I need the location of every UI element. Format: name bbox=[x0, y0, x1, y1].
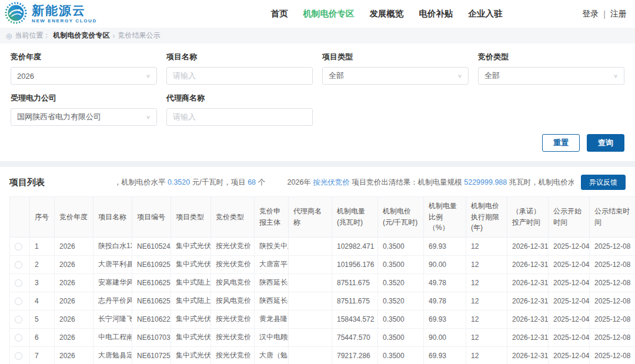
table-row: 42026志丹平价风...NE610625...集中式陆上...按风电竞价陕西延… bbox=[10, 292, 635, 310]
table-cell: 按光伏竞价 bbox=[211, 255, 255, 273]
table-cell: NE610703... bbox=[132, 328, 171, 346]
agent-name-input[interactable]: 请输入 bbox=[166, 108, 313, 126]
table-cell: 按风电竞价 bbox=[211, 292, 255, 310]
table-cell: 0.3500 bbox=[378, 346, 424, 364]
table-cell: 12 bbox=[466, 310, 507, 328]
results-table-wrap: 序号竞价年度项目名称项目编号项目类型竞价类型竞价申报主体代理商名称机制电量 (兆… bbox=[9, 196, 626, 364]
table-cell: 12 bbox=[466, 237, 507, 255]
table-cell: 2026-12-31 bbox=[507, 328, 549, 346]
table-cell: 2025-12-04 bbox=[549, 310, 590, 328]
ticker-value: 68 bbox=[248, 178, 256, 186]
filter-label: 项目名称 bbox=[166, 52, 313, 62]
bidding-type-select[interactable]: 全部 ∨ bbox=[478, 67, 624, 85]
table-cell: 2025-12-04 bbox=[549, 328, 590, 346]
filter-project-name: 项目名称 请输入 bbox=[166, 52, 313, 85]
filter-project-type: 项目类型 全部 ∨ bbox=[322, 52, 469, 85]
row-radio[interactable] bbox=[15, 243, 22, 251]
filter-label: 竞价类型 bbox=[478, 52, 624, 62]
table-cell: 90.00 bbox=[424, 255, 466, 273]
select-value: 全部 bbox=[329, 71, 344, 81]
table-cell: NE610625... bbox=[132, 292, 171, 310]
row-radio[interactable] bbox=[15, 334, 22, 342]
breadcrumb: ◎ 当前位置： 机制电价竞价专区 › 竞价结果公示 bbox=[0, 28, 635, 44]
table-cell: 2026 bbox=[55, 255, 93, 273]
table-cell bbox=[289, 273, 332, 292]
table-cell: 集中式光伏 bbox=[171, 237, 211, 255]
query-button[interactable]: 查询 bbox=[587, 134, 624, 152]
register-link[interactable]: 注册 bbox=[610, 9, 627, 19]
row-radio[interactable] bbox=[15, 352, 22, 360]
breadcrumb-separator: › bbox=[112, 32, 115, 40]
table-cell: 2026 bbox=[55, 310, 93, 328]
radio-cell bbox=[10, 310, 30, 328]
row-radio[interactable] bbox=[15, 298, 22, 305]
table-cell: 2026-12-31 bbox=[507, 255, 549, 273]
table-cell: 2025-12-04 bbox=[549, 292, 590, 310]
table-cell: 75447.570 bbox=[332, 328, 378, 346]
power-company-select[interactable]: 国网陕西省电力有限公司 ∨ bbox=[11, 108, 157, 126]
nav-item-active[interactable]: 机制电价专区 bbox=[303, 8, 355, 19]
bidding-year-select[interactable]: 2026 ∨ bbox=[11, 67, 157, 85]
table-cell: 87511.675 bbox=[332, 292, 378, 310]
filter-label: 项目类型 bbox=[322, 52, 469, 62]
nav-item-link[interactable]: 首页 bbox=[271, 8, 288, 19]
nav-item-link[interactable]: 电价补贴 bbox=[419, 8, 453, 19]
table-cell bbox=[289, 346, 332, 364]
table-cell: 158434.572 bbox=[332, 310, 378, 328]
nav-item-link[interactable]: 企业入驻 bbox=[469, 8, 503, 19]
select-value: 国网陕西省电力有限公司 bbox=[17, 112, 101, 122]
table-cell: 2025-12-08 bbox=[590, 328, 635, 346]
ticker-text: 元/千瓦时，项目 bbox=[190, 178, 248, 186]
main-nav: 首页机制电价专区发展概览电价补贴企业入驻 bbox=[177, 8, 503, 19]
login-link[interactable]: 登录 bbox=[582, 9, 599, 19]
filter-label: 竞价年度 bbox=[11, 52, 157, 62]
table-body: 12026陕投白水13...NE610524...集中式光伏按光伏竞价陕投关中新… bbox=[10, 237, 635, 364]
objection-feedback-button[interactable]: 异议反馈 bbox=[581, 175, 626, 190]
table-cell: 中电工程南... bbox=[93, 328, 132, 346]
table-cell: NE610925... bbox=[132, 255, 171, 273]
row-radio[interactable] bbox=[15, 316, 22, 323]
table-cell: 4 bbox=[30, 292, 55, 310]
radio-cell bbox=[10, 328, 30, 346]
table-cell: 102982.471 bbox=[332, 237, 378, 255]
table-cell: 2026-12-31 bbox=[507, 237, 549, 255]
breadcrumb-section[interactable]: 机制电价竞价专区 bbox=[53, 31, 109, 41]
column-header: 竞价类型 bbox=[211, 197, 255, 238]
row-radio[interactable] bbox=[15, 279, 22, 287]
reset-button[interactable]: 重置 bbox=[542, 134, 580, 152]
table-cell: 陕西延长石... bbox=[255, 273, 289, 292]
ticker-text: 兆瓦时，机制电价水平 bbox=[507, 178, 574, 186]
table-head: 序号竞价年度项目名称项目编号项目类型竞价类型竞价申报主体代理商名称机制电量 (兆… bbox=[10, 197, 635, 238]
app-title: 新能源云 bbox=[32, 4, 97, 16]
table-cell bbox=[289, 237, 332, 255]
logo[interactable]: 新能源云 NEW ENERGY CLOUD bbox=[5, 2, 97, 26]
table-cell: 2025-12-08 bbox=[590, 310, 635, 328]
filter-agent-name: 代理商名称 请输入 bbox=[166, 93, 313, 126]
table-cell: 按光伏竞价 bbox=[211, 328, 255, 346]
project-name-input[interactable]: 请输入 bbox=[166, 67, 313, 85]
table-cell: 按光伏竞价 bbox=[211, 310, 255, 328]
section-divider bbox=[0, 161, 635, 167]
table-cell: 2026 bbox=[55, 328, 93, 346]
table-cell: 2025-12-04 bbox=[549, 255, 590, 273]
chevron-down-icon: ∨ bbox=[457, 73, 462, 79]
row-radio[interactable] bbox=[15, 261, 22, 269]
table-cell: 大唐平利县... bbox=[93, 255, 132, 273]
ticker-text: 项目竞价出清结果：机制电量规模 bbox=[350, 178, 464, 186]
table-cell: 大唐勉县定... bbox=[93, 346, 132, 364]
radio-cell bbox=[10, 273, 30, 292]
table-row: 52026长宁河隆飞...NE610622...集中式光伏按光伏竞价黄龙县隆飞.… bbox=[10, 310, 635, 328]
table-cell: 69.93 bbox=[424, 310, 466, 328]
table-cell: NE610524... bbox=[132, 237, 171, 255]
ticker-text: 2026年 bbox=[288, 178, 313, 186]
table-cell: 69.93 bbox=[424, 346, 466, 364]
nav-item-link[interactable]: 发展概览 bbox=[370, 8, 404, 19]
ticker-value: 5229999.988 bbox=[464, 178, 507, 186]
table-cell: NE610622... bbox=[132, 310, 171, 328]
column-header bbox=[10, 197, 30, 238]
table-cell bbox=[289, 255, 332, 273]
table-cell: 6 bbox=[30, 328, 55, 346]
table-cell: 集中式光伏 bbox=[171, 328, 211, 346]
top-bar: 新能源云 NEW ENERGY CLOUD 首页机制电价专区发展概览电价补贴企业… bbox=[0, 0, 635, 28]
project-type-select[interactable]: 全部 ∨ bbox=[322, 67, 469, 85]
